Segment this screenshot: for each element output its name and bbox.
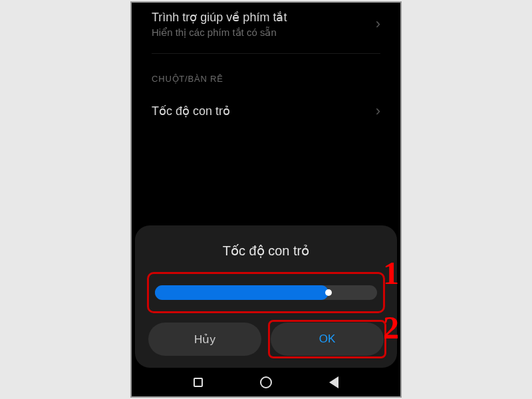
nav-recents-icon[interactable] xyxy=(194,378,203,387)
ok-label: OK xyxy=(319,332,336,346)
ok-button[interactable]: OK xyxy=(271,323,384,356)
slider-container xyxy=(155,285,377,300)
cancel-button[interactable]: Hủy xyxy=(148,323,261,356)
annotation-number-2: 2 xyxy=(383,309,399,346)
dialog-title: Tốc độ con trỏ xyxy=(148,243,384,259)
nav-back-icon[interactable] xyxy=(329,376,338,388)
dialog-pointer-speed: Tốc độ con trỏ Hủy OK xyxy=(135,225,397,368)
dialog-button-row: Hủy OK xyxy=(148,323,384,356)
slider-fill xyxy=(155,285,329,300)
slider-thumb[interactable] xyxy=(325,289,332,296)
nav-home-icon[interactable] xyxy=(260,376,272,388)
pointer-speed-slider[interactable] xyxy=(155,285,377,300)
cancel-label: Hủy xyxy=(194,332,215,346)
phone-frame: Trình trợ giúp về phím tắt Hiển thị các … xyxy=(130,1,402,398)
annotation-number-1: 1 xyxy=(383,255,399,291)
nav-bar xyxy=(132,368,400,396)
